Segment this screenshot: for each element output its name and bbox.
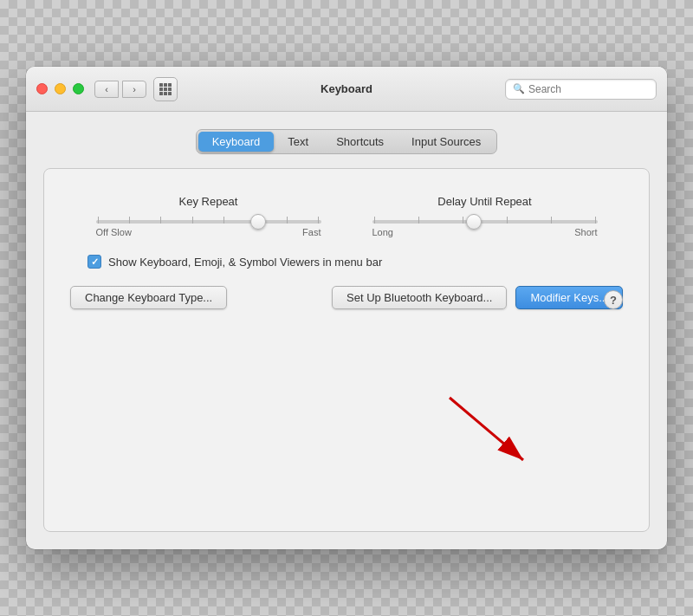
key-repeat-thumb[interactable] — [250, 214, 266, 230]
bottom-buttons: Change Keyboard Type... Set Up Bluetooth… — [70, 286, 623, 316]
keyboard-preferences-window: ‹ › Keyboard 🔍 Keyboard Text Shortcuts I… — [26, 67, 667, 549]
window-title: Keyboard — [321, 82, 372, 95]
search-box[interactable]: 🔍 — [505, 79, 657, 100]
tab-shortcuts[interactable]: Shortcuts — [322, 132, 398, 152]
grid-icon — [159, 83, 172, 95]
maximize-button[interactable] — [73, 83, 84, 94]
app-grid-button[interactable] — [153, 77, 178, 101]
title-bar: ‹ › Keyboard 🔍 — [26, 67, 667, 112]
nav-buttons: ‹ › — [94, 81, 146, 98]
main-panel: Key Repeat — [43, 168, 650, 532]
sliders-row: Key Repeat — [70, 195, 623, 237]
delay-repeat-labels: Long Short — [372, 227, 598, 237]
help-button[interactable]: ? — [604, 290, 623, 309]
delay-repeat-track[interactable] — [372, 220, 598, 224]
delay-repeat-thumb[interactable] — [466, 214, 482, 230]
change-keyboard-type-button[interactable]: Change Keyboard Type... — [70, 286, 227, 309]
show-keyboard-checkbox[interactable]: ✓ — [87, 255, 101, 269]
arrow-annotation — [441, 389, 545, 479]
show-keyboard-checkbox-row: ✓ Show Keyboard, Emoji, & Symbol Viewers… — [87, 255, 623, 269]
delay-repeat-right-label: Short — [574, 227, 597, 237]
content-area: Keyboard Text Shortcuts Input Sources Ke… — [26, 112, 667, 549]
tab-group: Keyboard Text Shortcuts Input Sources — [196, 129, 498, 154]
right-buttons: Set Up Bluetooth Keyboard... Modifier Ke… — [332, 286, 623, 309]
check-icon: ✓ — [91, 256, 99, 268]
tab-keyboard[interactable]: Keyboard — [198, 132, 275, 152]
close-button[interactable] — [36, 83, 48, 94]
delay-repeat-left-label: Long — [372, 227, 393, 237]
minimize-button[interactable] — [55, 83, 66, 94]
tab-input-sources[interactable]: Input Sources — [398, 132, 495, 152]
key-repeat-track-container: Off Slow Fast — [96, 220, 321, 237]
key-repeat-right-label: Fast — [302, 227, 321, 237]
search-input[interactable] — [528, 83, 649, 95]
key-repeat-section: Key Repeat — [96, 195, 321, 237]
key-repeat-label: Key Repeat — [179, 195, 238, 208]
delay-repeat-section: Delay Until Repeat — [372, 195, 598, 237]
tab-text[interactable]: Text — [274, 132, 322, 152]
show-keyboard-label: Show Keyboard, Emoji, & Symbol Viewers i… — [108, 256, 382, 269]
delay-repeat-track-container: Long Short — [372, 220, 598, 237]
traffic-lights — [36, 83, 84, 94]
tabs-container: Keyboard Text Shortcuts Input Sources — [43, 129, 650, 154]
set-up-bluetooth-button[interactable]: Set Up Bluetooth Keyboard... — [332, 286, 507, 309]
key-repeat-track[interactable] — [96, 220, 321, 224]
svg-line-1 — [450, 398, 523, 460]
search-icon: 🔍 — [513, 83, 525, 94]
back-button[interactable]: ‹ — [94, 81, 119, 98]
key-repeat-labels: Off Slow Fast — [96, 227, 321, 237]
key-repeat-left-label: Off Slow — [96, 227, 132, 237]
forward-button[interactable]: › — [122, 81, 146, 98]
delay-repeat-label: Delay Until Repeat — [437, 195, 531, 208]
